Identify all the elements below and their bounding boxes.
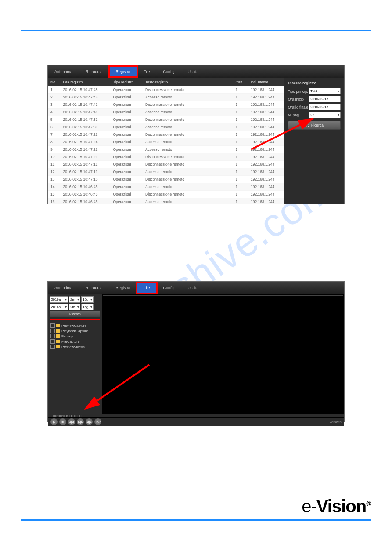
folder-icon [56, 340, 60, 343]
nav-item-uscita[interactable]: Uscita [181, 283, 205, 293]
nav-item-file[interactable]: File [137, 66, 157, 77]
tree-item[interactable]: PreviewCapture [50, 323, 100, 328]
table-row[interactable]: 32016-02-15 10:47:41OperazioniDisconness… [48, 101, 284, 109]
date-select[interactable]: 2m [69, 304, 80, 310]
nav-item-riproduz[interactable]: Riproduz. [79, 66, 109, 77]
annotation-redline [50, 319, 100, 320]
date-select[interactable]: 2016a [50, 304, 68, 310]
nav-item-config[interactable]: Config [157, 283, 181, 293]
table-row[interactable]: 12016-02-15 10:47:48OperazioniDisconness… [48, 86, 284, 94]
nav-item-config[interactable]: Config [157, 66, 181, 77]
stop-button[interactable]: ■ [59, 418, 66, 425]
nav-bar: AnteprimaRiproduz.RegistroFileConfigUsci… [48, 65, 344, 78]
col-header: No [48, 78, 61, 86]
tree-item[interactable]: Backup [50, 334, 100, 339]
folder-icon [56, 329, 60, 333]
annotation-arrow-play [79, 360, 154, 413]
col-header: Ora registro [61, 78, 111, 86]
svg-line-2 [251, 119, 313, 149]
time-display: 00:00:00/00:00:00 [53, 414, 82, 418]
date-select[interactable]: 15g [81, 296, 94, 303]
nav-item-riproduz[interactable]: Riproduz. [79, 283, 109, 293]
tree-item[interactable]: PreviewVideos [50, 344, 100, 349]
step-button[interactable]: ◀▶ [86, 418, 93, 425]
end-label: Orario finale [288, 105, 309, 109]
search-title: Ricerca registro [288, 81, 341, 85]
table-row[interactable]: 22016-02-15 10:47:48OperazioniAccesso re… [48, 94, 284, 101]
end-date-input[interactable]: 2016-02-15 [309, 104, 341, 110]
tree-label: PreviewVideos [61, 345, 85, 349]
date-select[interactable]: 2016a [50, 296, 68, 303]
tree-label: Backup [61, 334, 73, 338]
nav-item-registro[interactable]: Registro [109, 66, 137, 77]
folder-icon [56, 345, 60, 348]
date-select[interactable]: 15g [81, 304, 94, 310]
nav-item-registro[interactable]: Registro [109, 283, 137, 293]
tree-item[interactable]: FileCapture [50, 339, 100, 344]
nav-item-anteprima[interactable]: Anteprima [48, 66, 79, 77]
tree-item[interactable]: PlaybackCapture [50, 328, 100, 334]
play-button[interactable]: ▶ [50, 418, 58, 425]
col-header: Testo registro [143, 78, 233, 86]
annotation-arrow-search [247, 114, 317, 154]
col-header: Ind. utente [248, 78, 284, 86]
folder-icon [56, 324, 60, 327]
expand-icon [50, 323, 55, 328]
col-header: Tipo registro [110, 78, 143, 86]
table-row[interactable]: 132016-02-15 10:47:10OperazioniDisconnes… [48, 176, 284, 183]
svg-line-3 [86, 365, 149, 409]
top-rule [21, 30, 371, 31]
expand-icon [50, 339, 55, 344]
playback-bar: ▶■◀◀▶▶◀▶⌦ velocità [48, 417, 344, 426]
expand-icon [50, 334, 55, 338]
brand-logo: e-Vision® [302, 497, 371, 516]
date-select[interactable]: 2m [69, 296, 80, 303]
type-select[interactable]: Tutti [309, 88, 341, 94]
nav-item-anteprima[interactable]: Anteprima [48, 283, 79, 293]
table-row[interactable]: 152016-02-15 10:46:45OperazioniDisconnes… [48, 191, 284, 198]
start-date-input[interactable]: 2016-02-15 [309, 96, 341, 102]
table-row[interactable]: 122016-02-15 10:47:11OperazioniAccesso r… [48, 168, 284, 176]
nav-item-uscita[interactable]: Uscita [181, 66, 205, 77]
forward-button[interactable]: ▶▶ [77, 418, 84, 425]
tree-label: FileCapture [61, 340, 79, 344]
table-row[interactable]: 142016-02-15 10:46:45OperazioniAccesso r… [48, 183, 284, 191]
tree-label: PreviewCapture [61, 324, 86, 328]
bottom-rule [21, 519, 371, 521]
type-label: Tipo princip. [288, 89, 309, 94]
nav-item-file[interactable]: File [137, 283, 157, 293]
snapshot-button[interactable]: ⌦ [94, 418, 101, 425]
expand-icon [50, 345, 55, 349]
playback-track-row: 00:00:00/00:00:00 [48, 414, 344, 417]
expand-icon [50, 329, 55, 333]
col-header: Can [233, 78, 248, 86]
file-search-button[interactable]: Ricerca [50, 311, 100, 317]
table-row[interactable]: 112016-02-15 10:47:11OperazioniDisconnes… [48, 161, 284, 168]
rewind-button[interactable]: ◀◀ [68, 418, 75, 425]
table-row[interactable]: 102016-02-15 10:47:21OperazioniDisconnes… [48, 153, 284, 161]
tree-label: PlaybackCapture [61, 329, 88, 333]
nav-bar-2: AnteprimaRiproduz.RegistroFileConfigUsci… [48, 282, 344, 294]
table-row[interactable]: 162016-02-15 10:46:45OperazioniAccesso r… [48, 198, 284, 205]
folder-icon [56, 334, 60, 338]
start-label: Ora inizio [288, 97, 309, 102]
speed-label: velocità [330, 420, 342, 424]
